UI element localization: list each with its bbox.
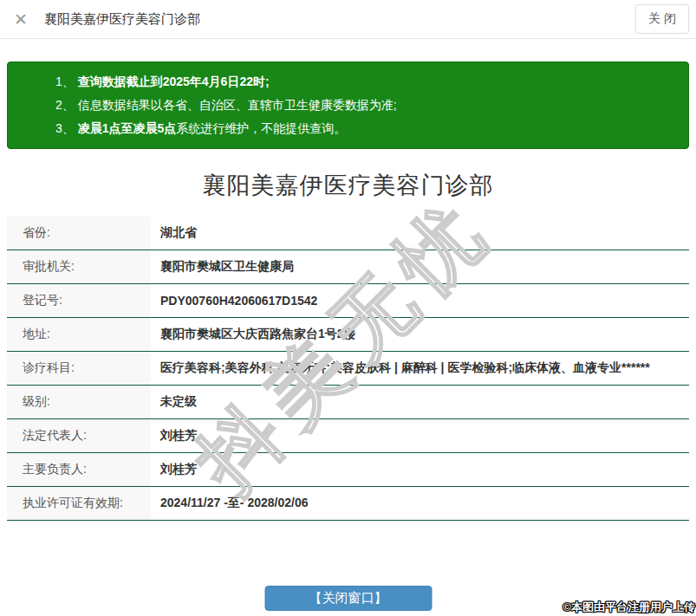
notice-line-1: 1、 查询数据截止到2025年4月6日22时; [55,70,674,94]
row-value: 襄阳市樊城区大庆西路焦家台1号2楼 [151,318,689,351]
row-label: 省份: [7,217,151,250]
row-label: 法定代表人: [7,419,151,452]
row-value: 刘桂芳 [151,453,689,486]
table-row-approval-authority: 审批机关: 襄阳市樊城区卫生健康局 [7,250,689,284]
notice-line-number: 2、 [55,98,78,112]
notice-line-number: 1、 [55,75,78,88]
table-row-level: 级别: 未定级 [7,386,689,419]
notice-line-bold-text: 查询数据截止到2025年4月6日22时; [78,75,270,88]
row-value: 湖北省 [151,217,689,250]
table-row-registration-number: 登记号: PDY00760H42060617D1542 [7,284,689,318]
table-row-province: 省份: 湖北省 [7,217,689,250]
uploader-credit-watermark: ©本图由平台注册用户上传 [563,600,695,615]
notice-line-number: 3、 [55,121,78,135]
window-title: 襄阳美嘉伊医疗美容门诊部 [44,11,200,28]
notice-line-text: 系统进行维护，不能提供查询。 [176,121,346,135]
page-title: 襄阳美嘉伊医疗美容门诊部 [0,170,696,201]
row-value: 未定级 [151,386,689,418]
table-row-treatment-subjects: 诊疗科目: 医疗美容科;美容外科;美容牙科;美容皮肤科 | 麻醉科 | 医学检验… [7,352,689,386]
table-row-legal-representative: 法定代表人: 刘桂芳 [7,419,689,453]
notice-box: 1、 查询数据截止到2025年4月6日22时; 2、 信息数据结果以各省、自治区… [7,62,689,149]
notice-line-2: 2、 信息数据结果以各省、自治区、直辖市卫生健康委数据为准; [55,94,674,117]
row-value: 襄阳市樊城区卫生健康局 [151,250,689,283]
row-label: 诊疗科目: [7,352,151,385]
row-label: 地址: [7,318,151,351]
dialog-window: ✕ 襄阳美嘉伊医疗美容门诊部 关 闭 1、 查询数据截止到2025年4月6日22… [0,0,696,616]
row-label: 执业许可证有效期: [7,487,151,520]
row-label: 主要负责人: [7,453,151,486]
row-value: 刘桂芳 [151,419,689,452]
notice-line-3: 3、 凌晨1点至凌晨5点系统进行维护，不能提供查询。 [55,117,674,140]
table-row-license-validity: 执业许可证有效期: 2024/11/27 -至- 2028/02/06 [7,487,689,521]
clinic-detail-table: 省份: 湖北省 审批机关: 襄阳市樊城区卫生健康局 登记号: PDY00760H… [7,217,689,521]
close-button[interactable]: 关 闭 [635,4,689,34]
close-window-button[interactable]: 【关闭窗口】 [264,586,432,611]
row-label: 登记号: [7,284,151,317]
title-bar: ✕ 襄阳美嘉伊医疗美容门诊部 关 闭 [0,0,696,39]
row-label: 级别: [7,386,151,418]
notice-line-bold-text: 凌晨1点至凌晨5点 [78,121,177,135]
notice-line-text: 信息数据结果以各省、自治区、直辖市卫生健康委数据为准; [78,98,397,112]
row-value: PDY00760H42060617D1542 [151,284,689,317]
table-row-address: 地址: 襄阳市樊城区大庆西路焦家台1号2楼 [7,318,689,352]
row-label: 审批机关: [7,250,151,283]
close-icon[interactable]: ✕ [14,11,28,28]
row-value: 医疗美容科;美容外科;美容牙科;美容皮肤科 | 麻醉科 | 医学检验科;临床体液… [151,352,689,385]
row-value: 2024/11/27 -至- 2028/02/06 [151,487,689,520]
table-row-main-person-in-charge: 主要负责人: 刘桂芳 [7,453,689,487]
